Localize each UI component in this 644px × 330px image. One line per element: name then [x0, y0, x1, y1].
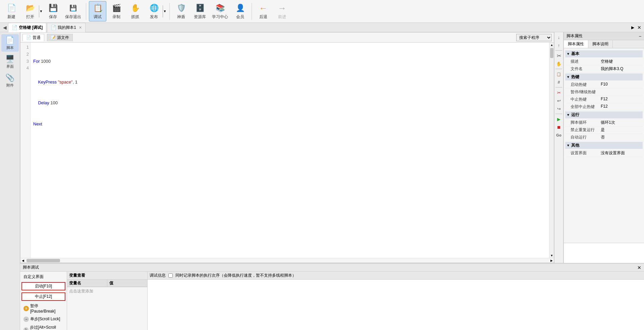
editor-tab-normal[interactable]: 📄 普通 [22, 34, 44, 41]
open-button[interactable]: 📂 打开 [21, 1, 39, 21]
debug-stepover-btn[interactable]: ⤵ 步过[Alt+Scroll Lock] [21, 324, 65, 330]
learning-button[interactable]: 📚 学习中心 [210, 1, 230, 21]
debug-info-checkbox[interactable] [168, 273, 173, 278]
vars-col-value-header: 值 [107, 280, 147, 287]
prop-row-start-hotkey: 启动热键 F10 [565, 81, 643, 89]
publish-arrow[interactable]: ▼ [163, 5, 167, 17]
tool-redo-btn[interactable]: ↪ [555, 105, 562, 112]
tab-close-2[interactable]: ✕ [79, 25, 82, 30]
debug-pause-btn[interactable]: ⏸ 暂停[Pause/Break] [21, 302, 65, 315]
debug-step-btn[interactable]: → 单步[Scroll Lock] [21, 315, 65, 323]
debug-stepover-label: 步过[Alt+Scroll Lock] [30, 325, 63, 330]
tab-myfile[interactable]: 📄 我的脚本1 ✕ [47, 23, 86, 32]
tab-nav-left[interactable]: ◀ [1, 23, 8, 32]
code-editor-wrapper: 1 2 3 4 For 1000 KeyPress "space", 1 Del… [20, 43, 554, 258]
prop-value-desc[interactable]: 空格键 [601, 59, 641, 64]
props-tab-notes[interactable]: 脚本说明 [588, 40, 613, 48]
sidebar-script-label: 脚本 [6, 45, 14, 50]
tool-down-btn[interactable]: ↓ [555, 34, 562, 41]
resources-button[interactable]: 🗄️ 资源库 [191, 1, 209, 21]
save-label: 保存 [49, 14, 57, 20]
props-minimize-btn[interactable]: – [639, 34, 641, 39]
tool-comment-btn[interactable]: // [555, 78, 562, 86]
code-line-4: Next [33, 121, 546, 128]
record-button[interactable]: 🎬 录制 [108, 1, 125, 21]
scroll-track-vertical [549, 47, 554, 253]
tool-go-btn[interactable]: Go [555, 131, 562, 139]
prop-value-no-dup[interactable]: 是 [601, 127, 641, 133]
tab-close-all-btn[interactable]: ✕ [636, 23, 643, 32]
scroll-up-arrow[interactable]: ▲ [549, 43, 554, 47]
prop-value-pause-hotkey[interactable] [601, 89, 641, 95]
debug-stop-btn[interactable]: 中止[F12] [21, 292, 65, 301]
prop-value-stopall-hotkey[interactable]: F12 [601, 104, 641, 110]
code-content[interactable]: For 1000 KeyPress "space", 1 Delay 100 N… [31, 43, 549, 258]
shield-button[interactable]: 🛡️ 神盾 [172, 1, 190, 21]
editor-tab-normal-icon: 📄 [26, 35, 31, 40]
debug-button[interactable]: 📋 ✓ 调试 [89, 1, 106, 21]
code-scrollbar-vertical[interactable]: ▲ ▼ [549, 43, 554, 258]
tool-undo-btn[interactable]: ✂ [555, 89, 562, 96]
props-header: 脚本属性 – [564, 32, 644, 40]
tab-expand-btn[interactable]: ▶ [629, 23, 636, 32]
script-icon: 📄 [5, 36, 14, 45]
member-icon: 👤 [235, 3, 246, 13]
props-tab-script[interactable]: 脚本属性 [564, 40, 588, 48]
prop-toggle-basic: ▼ [567, 52, 570, 56]
sidebar-ui-label: 界面 [6, 64, 14, 69]
prop-section-other[interactable]: ▼ 其他 [565, 142, 643, 149]
publish-button[interactable]: 🌐 发布 [145, 1, 163, 21]
prop-row-autorun: 自动运行 否 [565, 134, 643, 141]
vars-table: 变量名 值 点击这里添加 [67, 280, 147, 330]
tool-undo2-btn[interactable]: ↩ [555, 97, 562, 104]
forward-button[interactable]: → 前进 [273, 1, 291, 21]
prop-row-stopall-hotkey: 全部中止热键 F12 [565, 103, 643, 111]
save-button[interactable]: 💾 保存 [44, 1, 62, 21]
tool-cut-btn[interactable]: ✂ [555, 52, 562, 59]
open-arrow[interactable]: ▼ [39, 5, 43, 17]
search-proc-select[interactable]: 搜索子程序 [516, 34, 552, 41]
debug-step-label: 单步[Scroll Lock] [30, 316, 60, 322]
tool-up-btn[interactable]: ↑ [555, 42, 562, 49]
new-button[interactable]: 📄 新建 [3, 1, 20, 21]
prop-value-filename[interactable]: 我的脚本3.Q [601, 66, 641, 72]
prop-section-basic[interactable]: ▼ 基本 [565, 50, 643, 57]
debug-close-btn[interactable]: ✕ [637, 265, 641, 270]
editor-tab-source[interactable]: 📝 源文件 [47, 34, 73, 41]
tool-grab-btn[interactable]: ✋ [555, 60, 562, 67]
learning-icon: 📚 [215, 3, 225, 13]
scroll-thumb-vertical[interactable] [550, 48, 553, 58]
scroll-down-arrow[interactable]: ▼ [549, 253, 554, 258]
sidebar-script-btn[interactable]: 📄 脚本 [1, 34, 19, 52]
sidebar-ui-btn[interactable]: 🖥️ 界面 [1, 53, 19, 70]
prop-name-stopall-hotkey: 全部中止热键 [571, 104, 601, 110]
tool-copy-btn[interactable]: 📋 [555, 70, 562, 78]
debug-info-panel: 调试信息 同时记录脚本的执行次序（会降低执行速度，暂不支持多线程脚本） [148, 272, 644, 330]
prop-section-hotkeys[interactable]: ▼ 热键 [565, 73, 643, 80]
prop-value-ui[interactable]: 没有设置界面 [601, 150, 641, 156]
member-button[interactable]: 👤 会员 [231, 1, 249, 21]
prop-section-run[interactable]: ▼ 运行 [565, 111, 643, 118]
capture-button[interactable]: ✋ 抓抓 [126, 1, 144, 21]
debug-start-btn[interactable]: 启动[F10] [21, 282, 65, 290]
prop-value-start-hotkey[interactable]: F10 [601, 82, 641, 88]
save-exit-button[interactable]: 💾 保存退出 [63, 1, 83, 21]
tool-debug-red-btn[interactable]: ⏹ [555, 123, 562, 131]
hscroll-thumb[interactable] [26, 259, 60, 262]
prop-toggle-hotkeys: ▼ [567, 75, 570, 79]
record-label: 录制 [112, 14, 120, 20]
debug-custom-ui-btn[interactable]: 自定义界面 [21, 273, 65, 281]
hscroll-right-arrow[interactable]: ▶ [549, 258, 554, 263]
tab-konggeijian[interactable]: 📄 空格键 [调试] [8, 23, 46, 32]
save-exit-label: 保存退出 [65, 14, 81, 20]
tool-debug-play-btn[interactable]: ▶ [555, 115, 562, 123]
vars-add-row[interactable]: 点击这里添加 [67, 287, 147, 295]
hscroll-left-arrow[interactable]: ◀ [20, 258, 25, 263]
prop-value-stop-hotkey[interactable]: F12 [601, 97, 641, 102]
sidebar-attach-btn[interactable]: 📎 附件 [1, 72, 19, 89]
debug-info-content [148, 280, 644, 330]
publish-label: 发布 [150, 14, 158, 20]
back-button[interactable]: ← 后退 [255, 1, 272, 21]
prop-value-loop[interactable]: 循环1次 [601, 120, 641, 125]
prop-value-autorun[interactable]: 否 [601, 134, 641, 140]
